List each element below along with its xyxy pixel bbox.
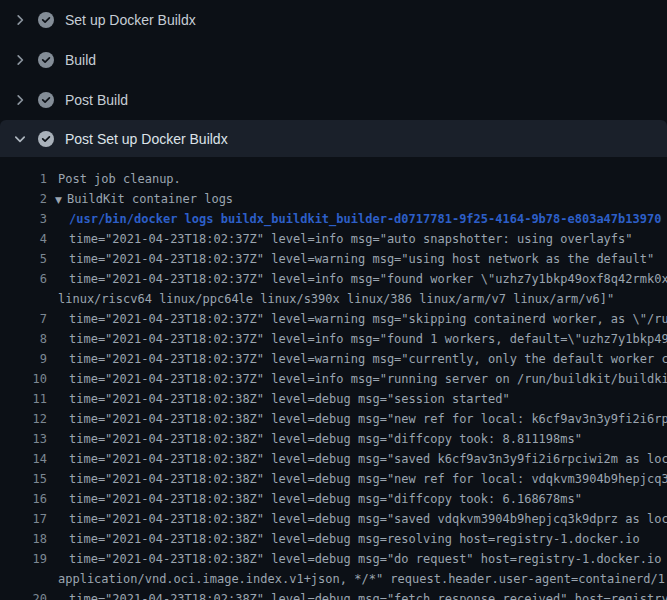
step-label: Post Build (65, 92, 128, 108)
triangle-down-icon[interactable]: ▼ (47, 190, 62, 209)
line-number[interactable]: 14 (0, 449, 47, 469)
log-row: 4time="2021-04-23T18:02:37Z" level=info … (0, 229, 667, 249)
log-row: 12time="2021-04-23T18:02:38Z" level=debu… (0, 409, 667, 429)
line-number[interactable]: 20 (0, 589, 47, 600)
line-number[interactable]: 15 (0, 469, 47, 489)
line-number[interactable]: 16 (0, 489, 47, 509)
log-row: 9time="2021-04-23T18:02:37Z" level=warni… (0, 349, 667, 369)
log-row: 3/usr/bin/docker logs buildx_buildkit_bu… (0, 209, 667, 229)
log-row: 19time="2021-04-23T18:02:38Z" level=debu… (0, 549, 667, 569)
line-number[interactable]: 18 (0, 529, 47, 549)
line-number[interactable]: 4 (0, 229, 47, 249)
log-text: time="2021-04-23T18:02:38Z" level=debug … (47, 549, 667, 569)
log-row: 7time="2021-04-23T18:02:37Z" level=warni… (0, 309, 667, 329)
log-text: time="2021-04-23T18:02:37Z" level=info m… (47, 369, 667, 389)
chevron-right-icon (12, 12, 28, 28)
log-text: time="2021-04-23T18:02:38Z" level=debug … (47, 589, 667, 600)
line-number[interactable]: 1 (0, 169, 47, 189)
line-number[interactable]: 12 (0, 409, 47, 429)
log-text: time="2021-04-23T18:02:38Z" level=debug … (47, 409, 667, 429)
log-text: time="2021-04-23T18:02:37Z" level=info m… (47, 229, 633, 249)
chevron-down-icon (12, 131, 28, 147)
line-number[interactable]: 13 (0, 429, 47, 449)
line-number[interactable]: 2 (0, 189, 47, 209)
line-number[interactable]: 19 (0, 549, 47, 569)
line-number[interactable]: 17 (0, 509, 47, 529)
line-number[interactable]: 10 (0, 369, 47, 389)
log-row: 11time="2021-04-23T18:02:38Z" level=debu… (0, 389, 667, 409)
log-text: time="2021-04-23T18:02:37Z" level=info m… (47, 269, 667, 289)
log-row: 20time="2021-04-23T18:02:38Z" level=debu… (0, 589, 667, 600)
step-label: Post Set up Docker Buildx (65, 131, 228, 147)
log-row: 16time="2021-04-23T18:02:38Z" level=debu… (0, 489, 667, 509)
log-row: 6time="2021-04-23T18:02:37Z" level=info … (0, 269, 667, 289)
line-number[interactable]: 9 (0, 349, 47, 369)
check-circle-icon (38, 52, 54, 68)
line-number[interactable]: 3 (0, 209, 47, 229)
log-text: time="2021-04-23T18:02:38Z" level=debug … (47, 509, 667, 529)
log-text: time="2021-04-23T18:02:37Z" level=warnin… (47, 309, 667, 329)
check-circle-icon (38, 92, 54, 108)
log-row: 5time="2021-04-23T18:02:37Z" level=warni… (0, 249, 667, 269)
log-row: 14time="2021-04-23T18:02:38Z" level=debu… (0, 449, 667, 469)
log-text: linux/riscv64 linux/ppc64le linux/s390x … (47, 289, 614, 309)
step-label: Build (65, 52, 96, 68)
step-row-set-up-docker-buildx[interactable]: Set up Docker Buildx (0, 0, 667, 40)
line-number[interactable]: 6 (0, 269, 47, 289)
check-circle-icon (38, 12, 54, 28)
log-text: Post job cleanup. (47, 169, 181, 189)
line-number[interactable]: 5 (0, 249, 47, 269)
log-row: application/vnd.oci.image.index.v1+json,… (0, 569, 667, 589)
log-text: time="2021-04-23T18:02:38Z" level=debug … (47, 429, 582, 449)
line-number[interactable]: 11 (0, 389, 47, 409)
log-command-text: /usr/bin/docker logs buildx_buildkit_bui… (47, 209, 661, 229)
steps-list: Set up Docker BuildxBuildPost BuildPost … (0, 0, 667, 157)
log-row: 13time="2021-04-23T18:02:38Z" level=debu… (0, 429, 667, 449)
log-text: time="2021-04-23T18:02:37Z" level=warnin… (47, 349, 667, 369)
log-text: application/vnd.oci.image.index.v1+json,… (47, 569, 667, 589)
log-row: 17time="2021-04-23T18:02:38Z" level=debu… (0, 509, 667, 529)
line-number[interactable]: 7 (0, 309, 47, 329)
log-row: 15time="2021-04-23T18:02:38Z" level=debu… (0, 469, 667, 489)
step-row-post-build[interactable]: Post Build (0, 80, 667, 120)
log-row: 10time="2021-04-23T18:02:37Z" level=info… (0, 369, 667, 389)
log-text: time="2021-04-23T18:02:38Z" level=debug … (47, 469, 667, 489)
log-viewer: 1Post job cleanup.2▼BuildKit container l… (0, 157, 667, 600)
log-text: time="2021-04-23T18:02:38Z" level=debug … (47, 389, 510, 409)
check-circle-icon (38, 131, 54, 147)
log-group-toggle[interactable]: BuildKit container logs (62, 189, 233, 209)
log-text: time="2021-04-23T18:02:38Z" level=debug … (47, 529, 640, 549)
log-text: time="2021-04-23T18:02:38Z" level=debug … (47, 489, 582, 509)
log-row: 18time="2021-04-23T18:02:38Z" level=debu… (0, 529, 667, 549)
log-row: 2▼BuildKit container logs (0, 189, 667, 209)
log-row: linux/riscv64 linux/ppc64le linux/s390x … (0, 289, 667, 309)
step-row-build[interactable]: Build (0, 40, 667, 80)
step-row-post-set-up-docker-buildx[interactable]: Post Set up Docker Buildx (0, 120, 667, 157)
chevron-right-icon (12, 92, 28, 108)
line-number[interactable]: 8 (0, 329, 47, 349)
step-label: Set up Docker Buildx (65, 12, 196, 28)
log-text: time="2021-04-23T18:02:37Z" level=warnin… (47, 249, 654, 269)
log-text: time="2021-04-23T18:02:38Z" level=debug … (47, 449, 667, 469)
log-text: time="2021-04-23T18:02:37Z" level=info m… (47, 329, 667, 349)
log-row: 1Post job cleanup. (0, 169, 667, 189)
log-row: 8time="2021-04-23T18:02:37Z" level=info … (0, 329, 667, 349)
chevron-right-icon (12, 52, 28, 68)
